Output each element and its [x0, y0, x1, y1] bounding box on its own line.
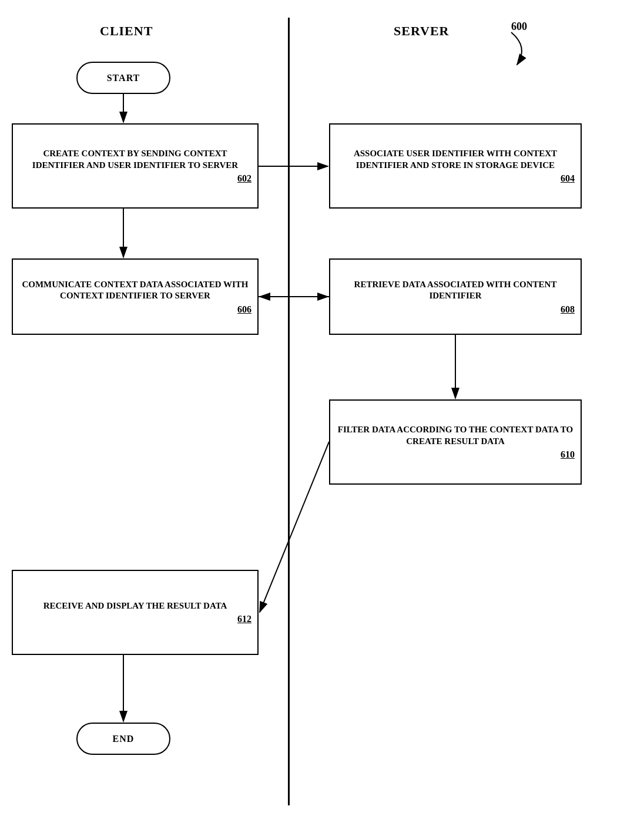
- end-terminal: END: [76, 723, 170, 755]
- box-604-num: 604: [561, 173, 575, 184]
- box-602: CREATE CONTEXT BY SENDING CONTEXT IDENTI…: [12, 123, 259, 209]
- box-602-num: 602: [237, 173, 251, 184]
- client-header: CLIENT: [100, 23, 153, 39]
- ref-number: 600: [511, 21, 527, 33]
- server-header: SERVER: [394, 23, 449, 39]
- divider-line: [288, 18, 290, 805]
- box-612-text: RECEIVE AND DISPLAY THE RESULT DATA: [43, 600, 227, 612]
- box-604: ASSOCIATE USER IDENTIFIER WITH CONTEXT I…: [329, 123, 582, 209]
- box-606-text: COMMUNICATE CONTEXT DATA ASSOCIATED WITH…: [19, 279, 251, 302]
- box-612: RECEIVE AND DISPLAY THE RESULT DATA 612: [12, 570, 259, 655]
- box-610: FILTER DATA ACCORDING TO THE CONTEXT DAT…: [329, 399, 582, 485]
- svg-line-7: [260, 442, 329, 612]
- box-606: COMMUNICATE CONTEXT DATA ASSOCIATED WITH…: [12, 258, 259, 335]
- box-610-text: FILTER DATA ACCORDING TO THE CONTEXT DAT…: [336, 424, 575, 447]
- box-608-num: 608: [561, 304, 575, 315]
- box-602-text: CREATE CONTEXT BY SENDING CONTEXT IDENTI…: [19, 148, 251, 171]
- box-608: RETRIEVE DATA ASSOCIATED WITH CONTENT ID…: [329, 258, 582, 335]
- box-606-num: 606: [237, 304, 251, 315]
- diagram-container: CLIENT SERVER 600 START CREATE CONTEXT B…: [0, 0, 644, 823]
- start-label: START: [107, 73, 140, 83]
- start-terminal: START: [76, 62, 170, 94]
- box-604-text: ASSOCIATE USER IDENTIFIER WITH CONTEXT I…: [336, 148, 575, 171]
- box-608-text: RETRIEVE DATA ASSOCIATED WITH CONTENT ID…: [336, 279, 575, 302]
- box-612-num: 612: [237, 614, 251, 624]
- box-610-num: 610: [561, 449, 575, 460]
- end-label: END: [113, 734, 135, 744]
